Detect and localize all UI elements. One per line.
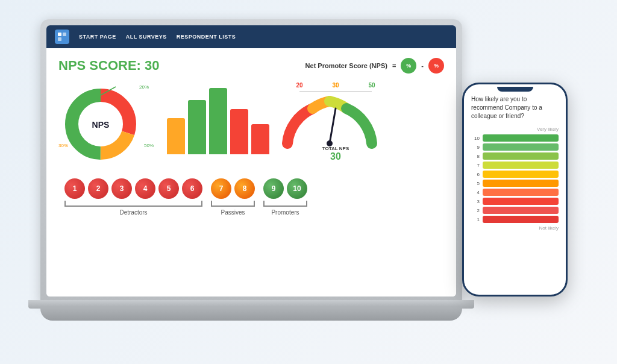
- phone-bar-row: 6: [471, 171, 559, 178]
- phone-container: How likely are you to recommend Company …: [462, 83, 577, 300]
- phone-bar-fill: [483, 180, 559, 187]
- gauge-label-50: 50: [368, 82, 375, 89]
- passives-circles: 7 8: [211, 178, 255, 199]
- phone-bar-fill: [483, 207, 559, 214]
- score-circle-6: 6: [182, 178, 202, 199]
- formula-badge-promoters: %: [401, 58, 416, 74]
- donut-pct-30: 30%: [58, 143, 68, 148]
- phone-bar-row: 7: [471, 162, 559, 169]
- gauge-svg: [281, 95, 378, 149]
- passives-bracket: [211, 201, 255, 207]
- nav-logo: [55, 30, 69, 44]
- svg-rect-0: [58, 33, 61, 36]
- score-circle-2: 2: [88, 178, 108, 199]
- laptop-screen: START PAGE ALL SURVEYS RESPONDENT LISTS …: [46, 25, 456, 297]
- detractors-bracket: [64, 201, 202, 207]
- gauge-label-20: 20: [296, 82, 302, 89]
- gauge-label-30: 30: [332, 82, 339, 89]
- detractors-circles: 1 2 3 4 5 6: [64, 178, 202, 199]
- score-circle-3: 3: [111, 178, 132, 199]
- phone-bar-row: 9: [471, 143, 559, 151]
- score-circle-5: 5: [158, 178, 179, 199]
- bar-5: [251, 124, 269, 154]
- phone-question: How likely are you to recommend Company …: [471, 95, 559, 121]
- bar-1: [167, 118, 185, 154]
- nav-all-surveys[interactable]: ALL SURVEYS: [126, 34, 167, 40]
- passives-group: 7 8 Passives: [211, 178, 255, 216]
- phone-bar-row: 5: [471, 180, 559, 187]
- promoters-bracket: [263, 201, 307, 207]
- phone-very-likely: Very likely: [471, 127, 559, 132]
- phone-bar-label: 2: [471, 208, 480, 213]
- phone-bar-label: 10: [471, 136, 480, 141]
- detractors-label: Detractors: [119, 209, 147, 216]
- phone-bar-fill: [483, 134, 559, 142]
- svg-line-8: [330, 108, 336, 143]
- phone-bar-fill: [483, 162, 559, 169]
- nps-formula: Net Promoter Score (NPS) = % - %: [305, 58, 444, 74]
- donut-chart: 20% NPS: [58, 82, 155, 166]
- score-circle-4: 4: [135, 178, 155, 199]
- promoters-group: 9 10 Promoters: [263, 178, 307, 216]
- phone-bar-label: 8: [471, 154, 480, 159]
- gauge-chart: 20 30 50: [281, 82, 390, 162]
- phone-notch: [497, 87, 533, 92]
- phone-body: How likely are you to recommend Company …: [462, 83, 568, 297]
- nav-bar: START PAGE ALL SURVEYS RESPONDENT LISTS: [46, 25, 456, 48]
- bar-2: [188, 100, 206, 154]
- phone-bar-fill: [483, 152, 559, 160]
- nav-start-page[interactable]: START PAGE: [79, 34, 116, 40]
- donut-svg: NPS: [58, 82, 143, 166]
- phone-bar-row: 8: [471, 152, 559, 160]
- svg-rect-1: [63, 33, 66, 36]
- promoters-circles: 9 10: [263, 178, 307, 199]
- detractors-group: 1 2 3 4 5 6 Detractors: [64, 178, 202, 216]
- phone-bar-row: 1: [471, 216, 559, 223]
- phone-bar-label: 5: [471, 181, 480, 186]
- score-section: 1 2 3 4 5 6 Detractors: [58, 178, 444, 216]
- phone-bar-label: 3: [471, 199, 480, 204]
- nps-header: NPS SCORE: 30 Net Promoter Score (NPS) =…: [58, 58, 444, 74]
- phone-screen: How likely are you to recommend Company …: [464, 95, 566, 295]
- score-circle-8: 8: [234, 178, 255, 199]
- phone-bar-row: 4: [471, 189, 559, 196]
- phone-bar-fill: [483, 198, 559, 205]
- svg-rect-2: [58, 37, 61, 41]
- donut-pct-50: 50%: [144, 143, 154, 148]
- gauge-labels: 20 30 50: [281, 82, 390, 89]
- laptop-container: START PAGE ALL SURVEYS RESPONDENT LISTS …: [40, 19, 474, 345]
- phone-bar-label: 7: [471, 163, 480, 168]
- bar-4: [230, 109, 248, 154]
- formula-badge-detractors: %: [428, 58, 444, 74]
- score-circle-1: 1: [64, 178, 85, 199]
- score-circle-7: 7: [211, 178, 231, 199]
- charts-area: 20% NPS: [58, 82, 444, 166]
- phone-bar-fill: [483, 216, 559, 223]
- nps-score-title: NPS SCORE: 30: [58, 58, 160, 74]
- phone-bar-fill: [483, 171, 559, 178]
- phone-bar-row: 10: [471, 134, 559, 142]
- bar-chart: [167, 82, 269, 154]
- phone-bar-row: 2: [471, 207, 559, 214]
- phone-bar-label: 1: [471, 217, 480, 222]
- bar-3: [209, 88, 227, 154]
- svg-text:NPS: NPS: [92, 120, 110, 130]
- phone-bar-label: 9: [471, 145, 480, 150]
- phone-bar-fill: [483, 143, 559, 151]
- promoters-label: Promoters: [271, 209, 299, 216]
- screen-content: NPS SCORE: 30 Net Promoter Score (NPS) =…: [46, 48, 456, 297]
- score-circle-9: 9: [263, 178, 284, 199]
- passives-label: Passives: [221, 209, 245, 216]
- laptop-body: START PAGE ALL SURVEYS RESPONDENT LISTS …: [40, 19, 462, 303]
- page-wrapper: START PAGE ALL SURVEYS RESPONDENT LISTS …: [0, 0, 617, 364]
- phone-bar-fill: [483, 189, 559, 196]
- phone-bar-row: 3: [471, 198, 559, 205]
- laptop-foot: [40, 307, 462, 321]
- phone-bar-label: 6: [471, 172, 480, 177]
- score-circle-10: 10: [287, 178, 307, 199]
- donut-pct-20: 20%: [139, 84, 149, 90]
- nav-respondent-lists[interactable]: RESPONDENT LISTS: [177, 34, 236, 40]
- phone-bar-label: 4: [471, 190, 480, 195]
- phone-not-likely: Not likely: [471, 225, 559, 231]
- phone-bars: 10987654321: [471, 134, 559, 223]
